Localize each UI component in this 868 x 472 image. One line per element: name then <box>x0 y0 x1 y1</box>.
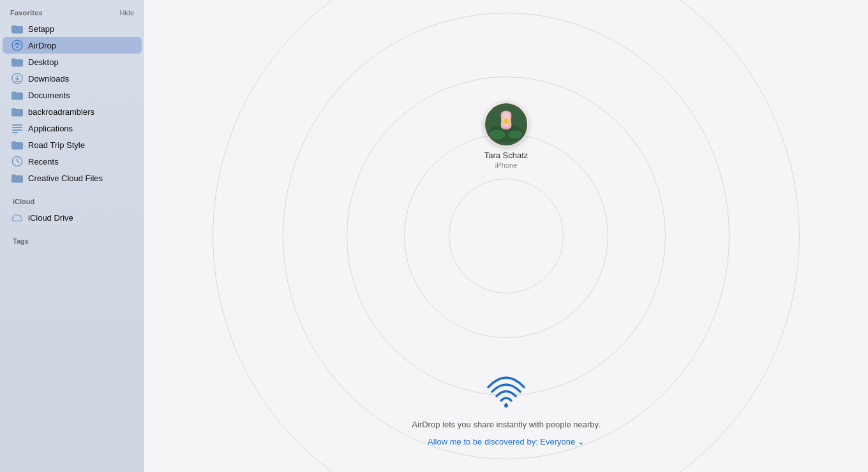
sidebar-item-desktop[interactable]: Desktop <box>3 54 142 70</box>
sidebar-item-creative-cloud[interactable]: Creative Cloud Files <box>3 170 142 186</box>
sidebar-item-setapp[interactable]: Setapp <box>3 20 142 37</box>
creative-cloud-icon <box>11 172 23 184</box>
backroadramblers-icon <box>11 106 23 117</box>
tags-section-label: Tags <box>10 237 29 245</box>
road-trip-style-label: Road Trip Style <box>28 140 85 150</box>
airdrop-label: AirDrop <box>28 41 56 50</box>
favorites-label: Favorites <box>10 9 43 17</box>
airdrop-waves-icon <box>486 371 527 412</box>
tags-section-divider: Tags <box>10 235 134 246</box>
svg-point-20 <box>504 404 508 408</box>
sidebar-item-road-trip-style[interactable]: Road Trip Style <box>3 136 142 153</box>
airdrop-description: AirDrop lets you share instantly with pe… <box>412 420 600 429</box>
airdrop-icon-area: AirDrop lets you share instantly with pe… <box>412 371 600 446</box>
applications-icon <box>11 122 23 134</box>
folder-icon <box>11 23 23 34</box>
desktop-label: Desktop <box>28 57 59 67</box>
documents-icon <box>11 89 23 101</box>
airdrop-icon <box>11 40 23 51</box>
documents-label: Documents <box>28 91 70 100</box>
hide-button[interactable]: Hide <box>119 9 134 17</box>
icloud-section-divider: iCloud <box>10 195 134 207</box>
applications-label: Applications <box>28 124 73 133</box>
sidebar-item-backroadramblers[interactable]: backroadramblers <box>3 103 142 120</box>
downloads-label: Downloads <box>28 74 69 84</box>
desktop-icon <box>11 56 23 68</box>
icloud-drive-icon <box>11 212 23 223</box>
downloads-icon <box>11 73 23 84</box>
sidebar-item-airdrop[interactable]: AirDrop <box>3 37 142 54</box>
sidebar: Favorites Hide Setapp AirDrop <box>0 0 144 472</box>
creative-cloud-label: Creative Cloud Files <box>28 173 103 183</box>
recents-label: Recents <box>28 157 59 166</box>
sidebar-item-documents[interactable]: Documents <box>3 87 142 103</box>
svg-point-1 <box>17 47 19 48</box>
setapp-label: Setapp <box>28 24 54 34</box>
sidebar-header: Favorites Hide <box>0 0 144 20</box>
icloud-drive-label: iCloud Drive <box>28 213 73 223</box>
sidebar-item-icloud-drive[interactable]: iCloud Drive <box>3 209 142 226</box>
icloud-section-label: iCloud <box>10 198 34 205</box>
road-trip-style-icon <box>11 139 23 151</box>
sidebar-item-applications[interactable]: Applications <box>3 120 142 136</box>
recents-icon <box>11 156 23 167</box>
airdrop-bottom-area: AirDrop lets you share instantly with pe… <box>144 0 868 472</box>
main-content: Tara Schatz iPhone AirDrop lets you shar… <box>144 0 868 472</box>
sidebar-item-recents[interactable]: Recents <box>3 153 142 170</box>
airdrop-discovery-link[interactable]: Allow me to be discovered by: Everyone ⌄ <box>428 437 585 446</box>
sidebar-item-downloads[interactable]: Downloads <box>3 70 142 87</box>
backroadramblers-label: backroadramblers <box>28 107 94 117</box>
